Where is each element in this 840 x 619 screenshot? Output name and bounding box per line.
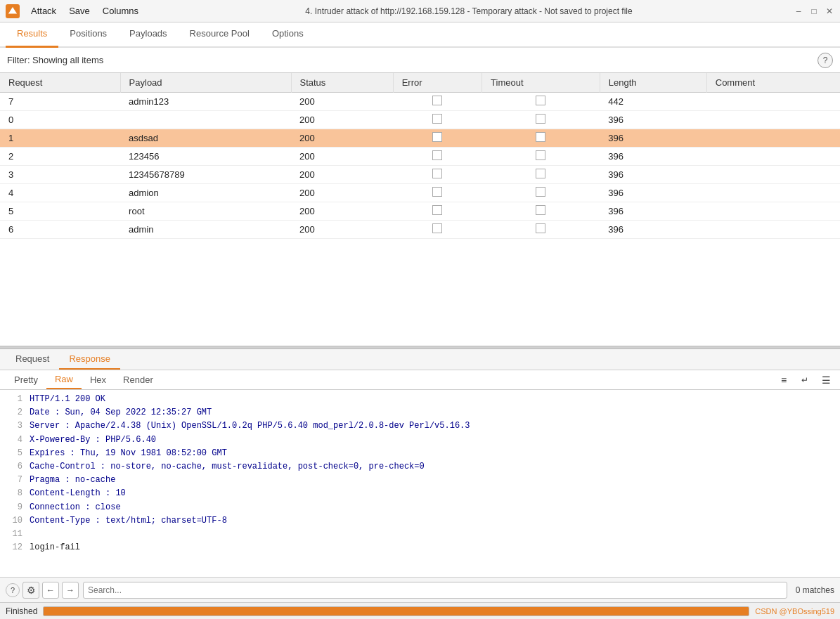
sub-tab-raw[interactable]: Raw [46,370,82,389]
menu-save[interactable]: Save [63,4,96,18]
checkbox-cell[interactable] [536,205,545,215]
col-payload: Payload [120,73,291,93]
search-controls: ? ⚙ ← → [6,582,79,599]
line-number: 12 [6,541,22,554]
minimize-button[interactable]: – [794,6,803,16]
titlebar: Attack Save Columns 4. Intruder attack o… [0,0,840,22]
table-row[interactable]: 312345678789200396 [0,166,840,184]
line-content: Content-Type : text/html; charset=UTF-8 [30,514,227,528]
checkbox-cell[interactable] [432,187,442,197]
table-row[interactable]: 4admion200396 [0,184,840,202]
checkbox-cell[interactable] [432,114,442,124]
code-line: 8Content-Length : 10 [6,487,834,500]
search-input[interactable] [83,582,787,599]
status-text: Finished [6,606,37,616]
line-content: HTTP/1.1 200 OK [30,393,105,406]
results-table: Request Payload Status Error Timeout Len… [0,73,840,239]
help-button[interactable]: ? [818,53,833,68]
watermark: CSDN @YBOssing519 [755,607,834,615]
checkbox-cell[interactable] [536,114,545,124]
response-code-area: 1HTTP/1.1 200 OK2Date : Sun, 04 Sep 2022… [0,390,840,577]
line-number: 11 [6,528,22,541]
line-number: 2 [6,406,22,419]
code-line: 5Expires : Thu, 19 Nov 1981 08:52:00 GMT [6,447,834,460]
newline-icon[interactable]: ↵ [796,372,813,389]
col-status: Status [291,73,393,93]
svg-marker-0 [8,6,17,13]
line-content: X-Powered-By : PHP/5.6.40 [30,434,156,447]
tab-resource-pool[interactable]: Resource Pool [179,22,261,48]
checkbox-cell[interactable] [432,169,442,178]
next-button[interactable]: → [62,582,79,599]
table-row[interactable]: 2123456200396 [0,148,840,166]
bottom-tab-request[interactable]: Request [6,349,59,370]
tab-options[interactable]: Options [261,22,315,48]
checkbox-cell[interactable] [432,96,442,105]
filter-text: Filter: Showing all items [7,55,103,65]
code-line: 12login-fail [6,541,834,554]
line-number: 10 [6,514,22,528]
match-count: 0 matches [796,585,834,595]
bottom-panel: Request Response Pretty Raw Hex Render ≡… [0,349,840,602]
col-comment: Comment [706,73,840,93]
sub-tab-pretty[interactable]: Pretty [6,371,46,389]
col-error: Error [393,73,482,93]
checkbox-cell[interactable] [432,205,442,215]
col-length[interactable]: Length [600,73,706,93]
checkbox-cell[interactable] [432,223,442,233]
sub-tab-render[interactable]: Render [115,371,162,389]
tab-positions[interactable]: Positions [58,22,118,48]
status-bar: Finished CSDN @YBOssing519 [0,602,840,619]
menu-bar: Attack Save Columns [25,4,144,18]
sub-tab-hex[interactable]: Hex [82,371,115,389]
line-number: 3 [6,419,22,433]
line-content: Connection : close [30,501,121,514]
table-row[interactable]: 5root200396 [0,202,840,221]
search-help-icon[interactable]: ? [6,583,20,597]
line-number: 9 [6,501,22,514]
table-row[interactable]: 6admin200396 [0,221,840,239]
search-bar: ? ⚙ ← → 0 matches [0,577,840,602]
tab-payloads[interactable]: Payloads [118,22,178,48]
close-button[interactable]: ✕ [825,6,834,16]
col-request: Request [0,73,120,93]
checkbox-cell[interactable] [536,223,545,233]
table-row[interactable]: 1asdsad200396 [0,129,840,148]
col-timeout: Timeout [482,73,600,93]
maximize-button[interactable]: □ [809,6,819,16]
checkbox-cell[interactable] [536,187,545,197]
filter-bar: Filter: Showing all items ? [0,48,840,73]
code-line: 7Pragma : no-cache [6,474,834,487]
menu-columns[interactable]: Columns [97,4,144,18]
code-line: 9Connection : close [6,501,834,514]
tab-results[interactable]: Results [6,22,58,48]
code-line: 3Server : Apache/2.4.38 (Unix) OpenSSL/1… [6,419,834,433]
line-content: Server : Apache/2.4.38 (Unix) OpenSSL/1.… [30,419,470,433]
view-icon[interactable]: ≡ [775,372,792,389]
menu-attack[interactable]: Attack [25,4,62,18]
checkbox-cell[interactable] [536,96,545,105]
table-body: 7admin12320044202003961asdsad20039621234… [0,93,840,239]
prev-button[interactable]: ← [42,582,59,599]
table-row[interactable]: 7admin123200442 [0,93,840,111]
checkbox-cell[interactable] [536,132,545,142]
line-number: 8 [6,487,22,500]
window-controls: – □ ✕ [794,6,834,16]
checkbox-cell[interactable] [536,169,545,178]
settings-icon[interactable]: ⚙ [22,582,39,599]
line-content: Cache-Control : no-store, no-cache, must… [30,460,425,474]
window-title: 4. Intruder attack of http://192.168.159… [144,6,794,16]
bottom-tab-response[interactable]: Response [59,349,120,370]
line-content: Pragma : no-cache [30,474,115,487]
table-row[interactable]: 0200396 [0,111,840,129]
checkbox-cell[interactable] [432,132,442,142]
main-tabbar: Results Positions Payloads Resource Pool… [0,22,840,48]
code-line: 1HTTP/1.1 200 OK [6,393,834,406]
line-content: login-fail [30,541,80,554]
code-line: 4X-Powered-By : PHP/5.6.40 [6,434,834,447]
checkbox-cell[interactable] [536,150,545,160]
upper-section: Filter: Showing all items ? Request Payl… [0,48,840,346]
checkbox-cell[interactable] [432,150,442,160]
line-number: 1 [6,393,22,406]
menu-icon[interactable]: ☰ [818,372,834,389]
